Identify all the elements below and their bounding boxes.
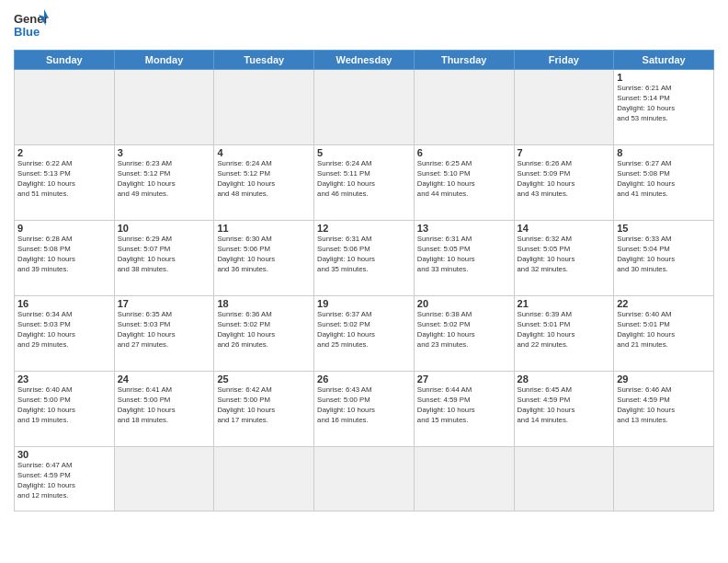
day-info: Sunrise: 6:26 AM Sunset: 5:09 PM Dayligh… [518, 159, 611, 200]
day-number: 26 [317, 373, 411, 385]
svg-text:Blue: Blue [14, 25, 40, 39]
day-info: Sunrise: 6:46 AM Sunset: 4:59 PM Dayligh… [617, 385, 711, 426]
day-info: Sunrise: 6:34 AM Sunset: 5:03 PM Dayligh… [17, 310, 111, 350]
day-number: 9 [17, 223, 111, 234]
table-row: 16Sunrise: 6:34 AM Sunset: 5:03 PM Dayli… [15, 296, 115, 372]
table-row [514, 70, 614, 145]
day-number: 6 [417, 147, 511, 158]
day-info: Sunrise: 6:41 AM Sunset: 5:00 PM Dayligh… [118, 385, 211, 426]
day-number: 2 [17, 147, 111, 158]
header-thursday: Thursday [414, 51, 514, 70]
day-info: Sunrise: 6:43 AM Sunset: 5:00 PM Dayligh… [317, 385, 411, 426]
day-info: Sunrise: 6:31 AM Sunset: 5:06 PM Dayligh… [317, 235, 411, 275]
logo-svg: General Blue [14, 9, 49, 42]
day-info: Sunrise: 6:28 AM Sunset: 5:08 PM Dayligh… [17, 235, 111, 275]
day-number: 29 [617, 373, 711, 385]
day-info: Sunrise: 6:36 AM Sunset: 5:02 PM Dayligh… [217, 310, 311, 350]
table-row: 29Sunrise: 6:46 AM Sunset: 4:59 PM Dayli… [614, 372, 714, 447]
table-row: 9Sunrise: 6:28 AM Sunset: 5:08 PM Daylig… [15, 221, 115, 296]
day-info: Sunrise: 6:39 AM Sunset: 5:01 PM Dayligh… [518, 310, 611, 350]
day-number: 24 [118, 373, 211, 385]
table-row: 5Sunrise: 6:24 AM Sunset: 5:11 PM Daylig… [314, 145, 415, 221]
table-row [114, 70, 214, 145]
logo: General Blue [14, 9, 49, 42]
day-info: Sunrise: 6:30 AM Sunset: 5:06 PM Dayligh… [217, 235, 311, 275]
table-row: 25Sunrise: 6:42 AM Sunset: 5:00 PM Dayli… [214, 372, 314, 447]
day-number: 23 [17, 373, 111, 385]
header-tuesday: Tuesday [214, 51, 314, 70]
day-number: 25 [217, 373, 311, 385]
weekday-header-row: Sunday Monday Tuesday Wednesday Thursday… [15, 51, 714, 70]
table-row [214, 70, 314, 145]
day-number: 19 [317, 298, 411, 309]
day-number: 14 [518, 223, 611, 234]
header: General Blue [14, 9, 714, 42]
table-row: 1Sunrise: 6:21 AM Sunset: 5:14 PM Daylig… [614, 70, 714, 145]
table-row: 18Sunrise: 6:36 AM Sunset: 5:02 PM Dayli… [214, 296, 314, 372]
day-number: 17 [118, 298, 211, 309]
day-info: Sunrise: 6:32 AM Sunset: 5:05 PM Dayligh… [518, 235, 611, 275]
day-number: 20 [417, 298, 511, 309]
table-row: 27Sunrise: 6:44 AM Sunset: 4:59 PM Dayli… [414, 372, 514, 447]
day-info: Sunrise: 6:24 AM Sunset: 5:12 PM Dayligh… [217, 159, 311, 200]
day-info: Sunrise: 6:24 AM Sunset: 5:11 PM Dayligh… [317, 159, 411, 200]
table-row: 4Sunrise: 6:24 AM Sunset: 5:12 PM Daylig… [214, 145, 314, 221]
table-row: 7Sunrise: 6:26 AM Sunset: 5:09 PM Daylig… [514, 145, 614, 221]
day-number: 27 [417, 373, 511, 385]
day-number: 8 [617, 147, 711, 158]
header-monday: Monday [114, 51, 214, 70]
table-row: 13Sunrise: 6:31 AM Sunset: 5:05 PM Dayli… [414, 221, 514, 296]
table-row [114, 447, 214, 511]
table-row: 11Sunrise: 6:30 AM Sunset: 5:06 PM Dayli… [214, 221, 314, 296]
day-info: Sunrise: 6:27 AM Sunset: 5:08 PM Dayligh… [617, 159, 711, 200]
day-number: 13 [417, 223, 511, 234]
day-info: Sunrise: 6:38 AM Sunset: 5:02 PM Dayligh… [417, 310, 511, 350]
table-row: 14Sunrise: 6:32 AM Sunset: 5:05 PM Dayli… [514, 221, 614, 296]
day-info: Sunrise: 6:44 AM Sunset: 4:59 PM Dayligh… [417, 385, 511, 426]
day-number: 15 [617, 223, 711, 234]
day-info: Sunrise: 6:42 AM Sunset: 5:00 PM Dayligh… [217, 385, 311, 426]
day-info: Sunrise: 6:22 AM Sunset: 5:13 PM Dayligh… [17, 159, 111, 200]
day-number: 30 [17, 449, 111, 460]
day-number: 12 [317, 223, 411, 234]
day-info: Sunrise: 6:33 AM Sunset: 5:04 PM Dayligh… [617, 235, 711, 275]
day-info: Sunrise: 6:25 AM Sunset: 5:10 PM Dayligh… [417, 159, 511, 200]
header-wednesday: Wednesday [314, 51, 415, 70]
day-info: Sunrise: 6:40 AM Sunset: 5:01 PM Dayligh… [617, 310, 711, 350]
table-row: 6Sunrise: 6:25 AM Sunset: 5:10 PM Daylig… [414, 145, 514, 221]
table-row [314, 447, 415, 511]
table-row: 3Sunrise: 6:23 AM Sunset: 5:12 PM Daylig… [114, 145, 214, 221]
table-row: 8Sunrise: 6:27 AM Sunset: 5:08 PM Daylig… [614, 145, 714, 221]
day-number: 4 [217, 147, 311, 158]
table-row [15, 70, 115, 145]
day-number: 10 [118, 223, 211, 234]
table-row: 2Sunrise: 6:22 AM Sunset: 5:13 PM Daylig… [15, 145, 115, 221]
day-number: 3 [118, 147, 211, 158]
table-row: 20Sunrise: 6:38 AM Sunset: 5:02 PM Dayli… [414, 296, 514, 372]
table-row: 12Sunrise: 6:31 AM Sunset: 5:06 PM Dayli… [314, 221, 415, 296]
table-row [314, 70, 415, 145]
table-row: 24Sunrise: 6:41 AM Sunset: 5:00 PM Dayli… [114, 372, 214, 447]
day-info: Sunrise: 6:29 AM Sunset: 5:07 PM Dayligh… [118, 235, 211, 275]
table-row [614, 447, 714, 511]
day-info: Sunrise: 6:35 AM Sunset: 5:03 PM Dayligh… [118, 310, 211, 350]
day-number: 28 [518, 373, 611, 385]
day-number: 21 [518, 298, 611, 309]
day-number: 22 [617, 298, 711, 309]
table-row: 23Sunrise: 6:40 AM Sunset: 5:00 PM Dayli… [15, 372, 115, 447]
day-info: Sunrise: 6:21 AM Sunset: 5:14 PM Dayligh… [617, 84, 711, 124]
day-number: 16 [17, 298, 111, 309]
table-row: 26Sunrise: 6:43 AM Sunset: 5:00 PM Dayli… [314, 372, 415, 447]
header-saturday: Saturday [614, 51, 714, 70]
day-number: 5 [317, 147, 411, 158]
table-row: 28Sunrise: 6:45 AM Sunset: 4:59 PM Dayli… [514, 372, 614, 447]
day-number: 11 [217, 223, 311, 234]
day-info: Sunrise: 6:40 AM Sunset: 5:00 PM Dayligh… [17, 385, 111, 426]
table-row: 21Sunrise: 6:39 AM Sunset: 5:01 PM Dayli… [514, 296, 614, 372]
table-row: 15Sunrise: 6:33 AM Sunset: 5:04 PM Dayli… [614, 221, 714, 296]
day-info: Sunrise: 6:47 AM Sunset: 4:59 PM Dayligh… [17, 461, 111, 501]
table-row: 19Sunrise: 6:37 AM Sunset: 5:02 PM Dayli… [314, 296, 415, 372]
table-row: 30Sunrise: 6:47 AM Sunset: 4:59 PM Dayli… [15, 447, 115, 511]
day-number: 1 [617, 72, 711, 83]
table-row: 17Sunrise: 6:35 AM Sunset: 5:03 PM Dayli… [114, 296, 214, 372]
